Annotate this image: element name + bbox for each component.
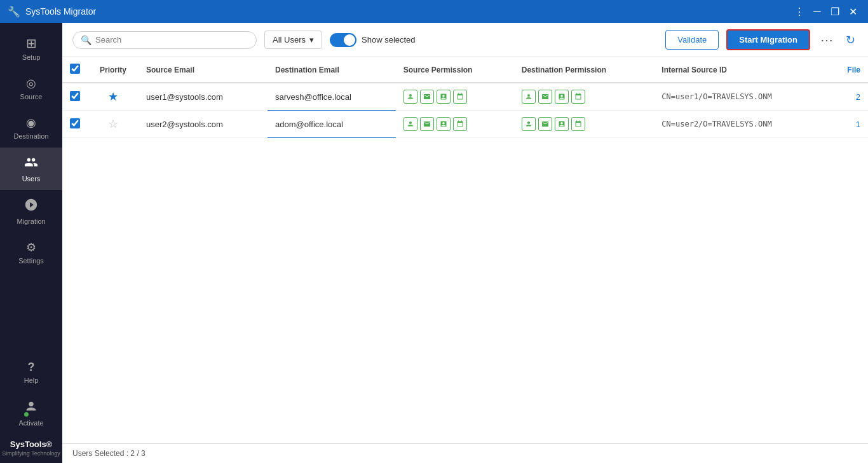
sidebar-label-destination: Destination [13,132,48,140]
file-count-1: 1 [830,111,868,138]
title-bar-controls: ⋮ ─ ❐ ✕ [792,4,860,19]
src-perm-person-icon [403,90,417,104]
table-row: ★user1@systools.comsarvesh@office.local [62,83,868,111]
svg-point-3 [409,121,412,124]
dest-perm-calendar-icon [571,90,585,104]
src-perm-calendar-icon [453,90,467,104]
sidebar-label-migration: Migration [17,218,45,225]
dest-perm-task-icon [555,117,569,131]
header-internal-source-id: Internal Source ID [654,57,830,83]
header-file: File [830,57,868,83]
header-source-permission: Source Permission [396,57,514,83]
app-layout: ⊞ Setup ◎ Source ◉ Destination Users [0,23,868,463]
table-row: ☆user2@systools.comadom@office.local [62,111,868,138]
sidebar-item-activate[interactable]: Activate [0,392,62,434]
row-checkbox-1[interactable] [70,118,80,128]
src-perm-calendar-icon [453,117,467,131]
dropdown-value: All Users [273,35,306,45]
src-perm-task-icon [437,117,451,131]
header-priority: Priority [88,57,139,83]
internal-source-id-0: CN=user1/O=TRAVELSYS.ONM [654,83,830,111]
more-options-icon[interactable]: ⋮ [792,4,807,19]
dest-perm-person-icon [522,117,536,131]
brand-name: SysTools® [0,439,62,450]
svg-point-2 [527,94,530,97]
source-permission-0 [396,83,514,111]
app-title: SysTools Migrator [25,6,96,17]
show-selected-toggle[interactable] [330,33,356,47]
close-icon[interactable]: ✕ [845,4,860,19]
dest-perm-calendar-icon [571,117,585,131]
sidebar-item-setup[interactable]: ⊞ Setup [0,28,62,69]
select-all-checkbox[interactable] [70,64,80,74]
sidebar-label-activate: Activate [18,419,43,427]
source-email-0: user1@systools.com [139,83,268,111]
brand-tagline: Simplifying Technology [0,450,62,458]
star-icon-1[interactable]: ☆ [108,118,118,130]
sidebar-item-settings[interactable]: ⚙ Settings [0,233,62,272]
source-icon: ◎ [26,76,36,90]
sidebar-item-help[interactable]: ? Help [0,353,62,392]
dest-perm-person-icon [522,90,536,104]
row-checkbox-0[interactable] [70,91,80,101]
systools-logo: SysTools® Simplifying Technology [0,434,62,463]
file-count-0: 2 [830,83,868,111]
src-perm-mail-icon [420,117,434,131]
setup-icon: ⊞ [26,36,37,51]
table-header-row: Priority Source Email Destination Email … [62,57,868,83]
destination-email-1: adom@office.local [268,111,396,138]
table-container: Priority Source Email Destination Email … [62,57,868,443]
users-icon [24,155,38,172]
source-email-1: user2@systools.com [139,111,268,138]
table-body: ★user1@systools.comsarvesh@office.local [62,83,868,138]
sidebar-item-migration[interactable]: Migration [0,190,62,233]
validate-button[interactable]: Validate [665,30,719,50]
maximize-icon[interactable]: ❐ [827,4,843,19]
toolbar-more-icon[interactable]: ⋯ [818,30,836,50]
show-selected-label: Show selected [362,35,416,45]
show-selected-toggle-container: Show selected [330,33,416,47]
sidebar-item-users[interactable]: Users [0,148,62,190]
app-logo-icon: 🔧 [8,6,20,18]
migration-icon [24,198,38,215]
destination-email-0: sarvesh@office.local [268,83,396,111]
sidebar-item-source[interactable]: ◎ Source [0,69,62,108]
src-perm-mail-icon [420,90,434,104]
sidebar: ⊞ Setup ◎ Source ◉ Destination Users [0,23,62,463]
toolbar-refresh-icon[interactable]: ↻ [843,31,858,50]
header-source-email: Source Email [139,57,268,83]
minimize-icon[interactable]: ─ [810,4,825,19]
status-bar: Users Selected : 2 / 3 [62,443,868,463]
activate-green-dot [23,411,30,418]
sidebar-item-destination[interactable]: ◉ Destination [0,108,62,148]
start-migration-button[interactable]: Start Migration [726,29,810,50]
source-permission-1 [396,111,514,138]
src-perm-task-icon [437,90,451,104]
svg-point-4 [527,121,530,124]
users-table: Priority Source Email Destination Email … [62,57,868,138]
activate-icon [24,399,38,417]
sidebar-label-setup: Setup [22,53,41,61]
dest-perm-mail-icon [538,90,552,104]
all-users-dropdown[interactable]: All Users ▾ [264,31,322,49]
dest-perm-task-icon [555,90,569,104]
search-icon: 🔍 [81,35,92,45]
header-checkbox [62,57,88,83]
help-icon: ? [28,361,35,374]
sidebar-bottom: ? Help Activate SysTools® Simplifying Te… [0,353,62,463]
star-icon-0[interactable]: ★ [108,90,118,103]
title-bar-left: 🔧 SysTools Migrator [8,6,96,18]
search-input[interactable] [95,35,248,45]
users-selected-status: Users Selected : 2 / 3 [72,449,146,458]
destination-permission-0 [514,83,654,111]
search-box[interactable]: 🔍 [72,31,257,49]
sidebar-label-settings: Settings [18,257,44,265]
settings-icon: ⚙ [26,240,36,254]
svg-point-1 [409,94,412,97]
toolbar: 🔍 All Users ▾ Show selected Validate Sta… [62,23,868,57]
toggle-knob [344,34,355,46]
destination-icon: ◉ [26,116,36,130]
sidebar-label-users: Users [22,175,41,183]
header-destination-permission: Destination Permission [514,57,654,83]
title-bar: 🔧 SysTools Migrator ⋮ ─ ❐ ✕ [0,0,868,23]
